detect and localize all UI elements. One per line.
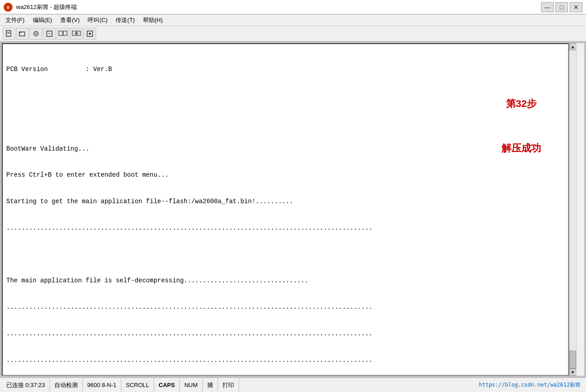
scroll-up-arrow[interactable]: ▲ xyxy=(569,43,577,50)
toolbar-btn4[interactable] xyxy=(43,28,56,40)
toolbar-btn6[interactable] xyxy=(70,28,83,40)
toolbar-btn3[interactable] xyxy=(30,28,42,40)
svg-text:W: W xyxy=(7,6,9,10)
terminal-line-1: PCB Version : Ver.B xyxy=(6,65,564,74)
close-button[interactable]: ✕ xyxy=(570,2,582,12)
status-connection: 已连接 0:37:23 xyxy=(2,378,50,392)
terminal-line-3: Press Ctrl+B to enter extended boot menu… xyxy=(6,171,564,180)
toolbar-new[interactable] xyxy=(3,28,15,40)
annotation: 第32步 解压成功 xyxy=(502,67,541,185)
status-baud: 9600 8-N-1 xyxy=(83,378,121,392)
minimize-button[interactable]: — xyxy=(541,2,554,12)
terminal-line-4: Starting to get the main application fil… xyxy=(6,197,564,206)
status-detect: 自动检测 xyxy=(50,378,83,392)
terminal-line-2: BootWare Validating... xyxy=(6,145,564,154)
terminal-line-blank1 xyxy=(6,92,564,101)
menu-edit[interactable]: 编辑(E) xyxy=(29,15,56,25)
menu-transfer[interactable]: 传送(T) xyxy=(112,15,138,25)
scroll-thumb[interactable] xyxy=(569,351,576,369)
status-num: NUM xyxy=(180,378,203,392)
annotation-line2: 解压成功 xyxy=(502,141,541,156)
title-bar-left: W wa2612刷胃 - 超级终端 xyxy=(4,3,77,12)
maximize-button[interactable]: □ xyxy=(555,2,568,12)
svg-rect-12 xyxy=(63,31,67,36)
menu-view[interactable]: 查看(V) xyxy=(57,15,83,25)
toolbar-btn5[interactable] xyxy=(57,28,69,40)
toolbar xyxy=(0,26,586,41)
terminal-line-blank3 xyxy=(6,250,564,259)
terminal-line-dots2: ........................................… xyxy=(6,303,564,312)
status-link[interactable]: https://blog.csdn.net/wa2612刷胃 xyxy=(475,380,584,390)
menu-help[interactable]: 帮助(H) xyxy=(139,15,166,25)
status-scroll: SCROLL xyxy=(121,378,154,392)
terminal-line-blank2 xyxy=(6,118,564,127)
terminal-line-dots4: ........................................… xyxy=(6,356,564,365)
menu-file[interactable]: 文件(F) xyxy=(2,15,28,25)
terminal-window: PCB Version : Ver.B BootWare Validating.… xyxy=(2,43,569,376)
right-panel xyxy=(576,43,584,376)
toolbar-open[interactable] xyxy=(16,28,29,40)
annotation-line1: 第32步 xyxy=(502,96,541,111)
vertical-scrollbar[interactable]: ▲ ▼ xyxy=(569,43,576,376)
terminal-line-5: The main application file is self-decomp… xyxy=(6,276,564,285)
status-print: 打印 xyxy=(218,378,239,392)
menu-call[interactable]: 呼叫(C) xyxy=(84,15,111,25)
scroll-track[interactable] xyxy=(569,50,576,369)
menu-bar: 文件(F) 编辑(E) 查看(V) 呼叫(C) 传送(T) 帮助(H) xyxy=(0,14,586,26)
app-icon: W xyxy=(4,3,13,12)
title-bar: W wa2612刷胃 - 超级终端 — □ ✕ xyxy=(0,0,586,14)
toolbar-btn7[interactable] xyxy=(84,28,96,40)
window-controls: — □ ✕ xyxy=(541,2,582,12)
window-title: wa2612刷胃 - 超级终端 xyxy=(16,3,77,11)
terminal-line-dots3: ........................................… xyxy=(6,330,564,339)
status-bar: 已连接 0:37:23 自动检测 9600 8-N-1 SCROLL CAPS … xyxy=(0,378,586,392)
status-caps: CAPS xyxy=(154,378,180,392)
main-area: PCB Version : Ver.B BootWare Validating.… xyxy=(0,41,586,378)
terminal-content[interactable]: PCB Version : Ver.B BootWare Validating.… xyxy=(3,44,568,375)
scroll-down-arrow[interactable]: ▼ xyxy=(569,369,577,376)
terminal-line-dots1: ........................................… xyxy=(6,224,564,233)
svg-rect-11 xyxy=(59,31,62,36)
status-capture: 捕 xyxy=(203,378,218,392)
